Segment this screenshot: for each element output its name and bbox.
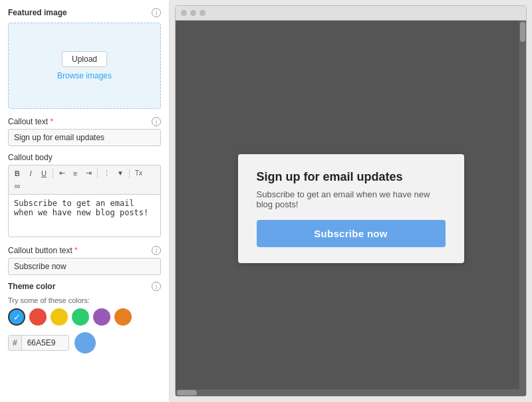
- color-swatch-yellow[interactable]: [51, 308, 68, 326]
- list-ordered-button[interactable]: ▼: [114, 168, 126, 178]
- featured-image-section: Featured image i Upload Browse images: [8, 8, 161, 109]
- theme-color-label: Theme color: [8, 282, 55, 291]
- color-input-row: #: [8, 332, 161, 353]
- theme-color-header: Theme color i: [8, 282, 161, 291]
- color-swatch-green[interactable]: [72, 308, 89, 326]
- bold-button[interactable]: B: [11, 168, 23, 179]
- color-swatches-row: ✓: [8, 308, 161, 326]
- color-preview[interactable]: [74, 332, 96, 353]
- callout-text-section: Callout text * i: [8, 117, 161, 146]
- theme-color-info-icon[interactable]: i: [152, 282, 161, 291]
- callout-button-text-section: Callout button text * i: [8, 246, 161, 275]
- scrollbar-right[interactable]: [519, 21, 526, 396]
- hex-input-wrapper: #: [8, 335, 69, 351]
- browser-titlebar: [176, 6, 526, 21]
- callout-button-required: *: [74, 246, 78, 255]
- theme-color-section: Theme color i Try some of these colors: …: [8, 282, 161, 353]
- browser-window: Sign up for email updates Subscribe to g…: [175, 5, 527, 397]
- callout-body-label: Callout body: [8, 153, 53, 162]
- color-swatch-purple[interactable]: [93, 308, 110, 326]
- hex-color-input[interactable]: [22, 336, 68, 350]
- align-center-button[interactable]: ≡: [69, 168, 81, 179]
- browser-content: Sign up for email updates Subscribe to g…: [176, 21, 526, 396]
- callout-card: Sign up for email updates Subscribe to g…: [238, 154, 464, 263]
- color-swatch-red[interactable]: [29, 308, 47, 326]
- toolbar-divider-3: [129, 169, 130, 178]
- italic-button[interactable]: I: [25, 168, 37, 179]
- list-button[interactable]: ⋮: [100, 167, 113, 179]
- callout-body-section: Callout body B I U ⇤ ≡ ⇥ ⋮ ▼ Tx ∞ Subscr…: [8, 153, 161, 239]
- right-panel: Sign up for email updates Subscribe to g…: [170, 0, 532, 402]
- toolbar-divider-2: [97, 169, 98, 178]
- hash-symbol: #: [9, 336, 22, 350]
- callout-preview-body: Subscribe to get an email when we have n…: [257, 189, 446, 209]
- browser-dot-2: [190, 10, 196, 16]
- align-left-button[interactable]: ⇤: [56, 167, 68, 179]
- color-swatch-orange[interactable]: [114, 308, 132, 326]
- browser-dot-1: [181, 10, 187, 16]
- callout-text-required: *: [50, 117, 53, 126]
- callout-text-info-icon[interactable]: i: [152, 117, 161, 126]
- underline-button[interactable]: U: [38, 168, 50, 179]
- browse-images-link[interactable]: Browse images: [57, 71, 112, 80]
- color-swatch-blue[interactable]: ✓: [8, 308, 25, 326]
- callout-button-text-input[interactable]: [8, 258, 161, 275]
- link-button[interactable]: ∞: [11, 180, 23, 192]
- callout-button-info-icon[interactable]: i: [152, 246, 161, 255]
- callout-preview-button[interactable]: Subscribe now: [257, 220, 446, 247]
- callout-body-label-row: Callout body: [8, 153, 161, 162]
- left-panel: Featured image i Upload Browse images Ca…: [0, 0, 170, 402]
- callout-preview-title: Sign up for email updates: [257, 170, 446, 184]
- callout-text-input[interactable]: [8, 129, 161, 146]
- scrollbar-thumb-v: [520, 22, 525, 42]
- callout-button-text-label: Callout button text *: [8, 246, 78, 255]
- featured-image-header: Featured image i: [8, 8, 161, 17]
- scrollbar-bottom[interactable]: [176, 389, 519, 396]
- browser-dot-3: [200, 10, 205, 16]
- toolbar-divider-1: [53, 169, 53, 178]
- upload-button[interactable]: Upload: [62, 51, 107, 67]
- callout-body-editor[interactable]: Subscribe to get an email when we have n…: [8, 194, 161, 237]
- callout-text-label: Callout text *: [8, 117, 53, 126]
- featured-image-label: Featured image: [8, 8, 67, 17]
- color-hint-text: Try some of these colors:: [8, 296, 161, 304]
- editor-toolbar: B I U ⇤ ≡ ⇥ ⋮ ▼ Tx ∞: [8, 165, 161, 194]
- callout-text-label-row: Callout text * i: [8, 117, 161, 126]
- scrollbar-thumb-h: [177, 390, 197, 395]
- align-right-button[interactable]: ⇥: [82, 167, 94, 179]
- clear-format-button[interactable]: Tx: [132, 168, 145, 178]
- featured-image-dropzone[interactable]: Upload Browse images: [8, 23, 161, 109]
- callout-button-text-label-row: Callout button text * i: [8, 246, 161, 255]
- featured-image-info-icon[interactable]: i: [152, 8, 161, 17]
